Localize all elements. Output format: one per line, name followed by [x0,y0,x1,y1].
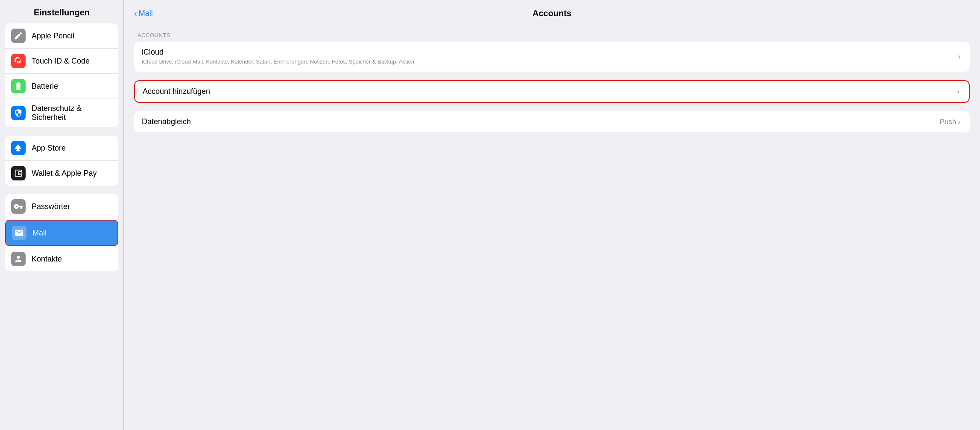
back-chevron-icon: ‹ [134,9,137,18]
page-title: Accounts [532,9,571,18]
sidebar-item-label-wallet: Wallet & Apple Pay [32,169,97,178]
datenabgleich-value: Push [940,118,957,126]
icloud-row[interactable]: iCloud iCloud Drive, iCloud-Mail, Kontak… [134,42,970,72]
icloud-chevron: › [958,52,962,61]
chevron-right-icon: › [958,52,960,61]
sidebar-item-label-privacy: Datenschutz & Sicherheit [32,104,112,122]
mail-icon [12,226,26,240]
settings-group-2: App Store Wallet & Apple Pay [5,136,118,186]
datenabgleich-content: Datenabgleich [142,117,936,126]
chevron-right-icon-2: › [957,87,960,96]
sidebar-item-label-touch-id: Touch ID & Code [32,57,90,66]
back-label: Mail [139,9,153,18]
icloud-subtitle: iCloud Drive, iCloud-Mail, Kontakte, Kal… [142,58,954,66]
add-account-chevron: › [957,87,961,96]
content-panel: ‹ Mail Accounts ACCOUNTS iCloud iCloud D… [124,0,980,430]
add-account-highlight: Account hinzufügen › [134,80,970,103]
passwords-icon [11,199,26,214]
sidebar: Einstellungen Apple Pencil Touch ID & Co… [0,0,124,430]
settings-group-3: Passwörter Mail Kontakte [5,194,118,271]
icloud-content: iCloud iCloud Drive, iCloud-Mail, Kontak… [142,48,954,66]
add-account-row[interactable]: Account hinzufügen › [135,81,969,102]
sidebar-item-battery[interactable]: Batterie [5,74,118,99]
content-header: ‹ Mail Accounts [124,0,980,25]
sidebar-item-app-store[interactable]: App Store [5,136,118,161]
accounts-card: iCloud iCloud Drive, iCloud-Mail, Kontak… [134,42,970,72]
accounts-section-label: ACCOUNTS [137,32,966,38]
sidebar-item-apple-pencil[interactable]: Apple Pencil [5,23,118,49]
mail-highlight-border: Mail [5,220,118,246]
datenabgleich-card: Datenabgleich Push › [134,111,970,132]
battery-icon [11,79,26,93]
touch-id-icon [11,54,26,68]
settings-group-1: Apple Pencil Touch ID & Code Batterie Da… [5,23,118,127]
datenabgleich-label: Datenabgleich [142,117,936,126]
app-store-icon [11,141,26,155]
privacy-icon [11,106,26,120]
add-account-content: Account hinzufügen [143,87,953,96]
sidebar-item-passwords[interactable]: Passwörter [5,194,118,219]
sidebar-item-touch-id[interactable]: Touch ID & Code [5,49,118,74]
sidebar-item-contacts[interactable]: Kontakte [5,247,118,271]
sidebar-item-label-app-store: App Store [32,144,66,153]
chevron-right-icon-3: › [958,118,960,126]
sidebar-title: Einstellungen [0,0,123,23]
sidebar-item-label-battery: Batterie [32,82,58,91]
contacts-icon [11,252,26,266]
content-body: ACCOUNTS iCloud iCloud Drive, iCloud-Mai… [124,25,980,141]
sidebar-item-wallet[interactable]: Wallet & Apple Pay [5,161,118,186]
sidebar-item-label-mail: Mail [32,229,47,238]
sidebar-item-label-passwords: Passwörter [32,202,70,211]
sidebar-item-label-contacts: Kontakte [32,255,62,264]
svg-point-0 [19,173,20,174]
apple-pencil-icon [11,29,26,43]
sidebar-item-label-apple-pencil: Apple Pencil [32,32,74,41]
back-button[interactable]: ‹ Mail [134,9,153,18]
wallet-icon [11,166,26,180]
icloud-title: iCloud [142,48,954,57]
add-account-label: Account hinzufügen [143,87,953,96]
datenabgleich-right: Push › [940,118,962,126]
sidebar-item-mail[interactable]: Mail [6,221,117,245]
sidebar-item-privacy[interactable]: Datenschutz & Sicherheit [5,99,118,127]
datenabgleich-row[interactable]: Datenabgleich Push › [134,111,970,132]
